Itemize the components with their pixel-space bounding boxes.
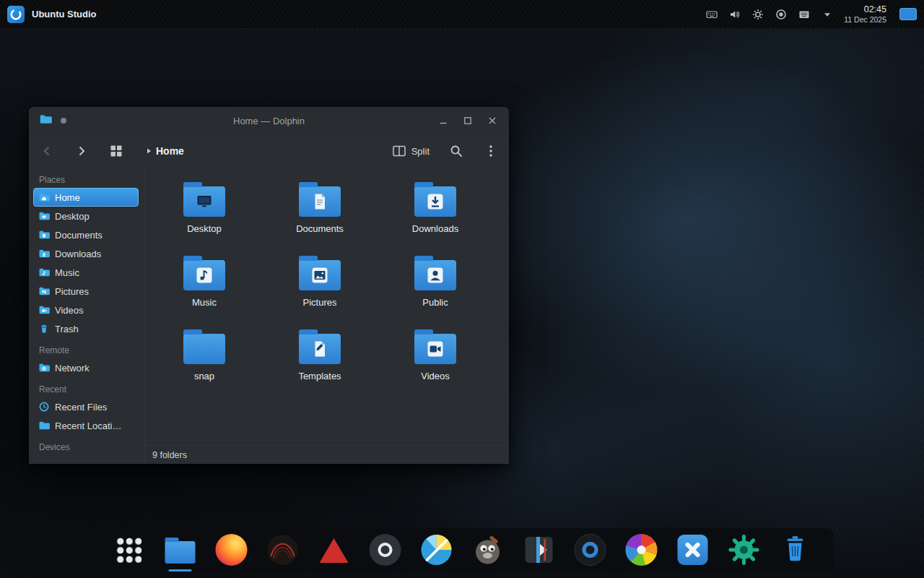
forward-button[interactable]	[74, 143, 90, 159]
desktop-icon	[38, 210, 50, 222]
pinwheel-glyph	[626, 534, 658, 566]
clock-date: 11 Dec 2025	[844, 15, 886, 25]
dolphin-folder-glyph	[165, 541, 196, 564]
file-item-snap[interactable]: snap	[161, 327, 248, 396]
view-wrap: DesktopDocumentsDownloadsMusicPicturesPu…	[144, 168, 509, 464]
view-mode-icon[interactable]	[108, 143, 124, 159]
titlebar-dot	[61, 118, 66, 124]
sidebar-item-desktop[interactable]: Desktop	[33, 207, 139, 225]
caret-down-icon[interactable]	[821, 8, 834, 21]
folder-icon	[414, 260, 456, 290]
documents-icon	[38, 229, 50, 241]
ardour-icon[interactable]	[266, 533, 300, 566]
status-bar: 9 folders	[145, 445, 509, 464]
dock	[91, 528, 834, 571]
sidebar-item-recent-files[interactable]: Recent Files	[33, 397, 139, 416]
sidebar-section-recent: Recent	[33, 384, 144, 397]
close-button[interactable]	[486, 114, 499, 127]
back-button[interactable]	[39, 143, 55, 159]
sidebar-item-home[interactable]: Home	[33, 188, 139, 207]
sidebar-item-network[interactable]: Network	[33, 358, 139, 377]
sidebar-item-recent-locati[interactable]: Recent Locati…	[33, 416, 139, 435]
file-item-downloads[interactable]: Downloads	[392, 179, 479, 249]
folder-view: DesktopDocumentsDownloadsMusicPicturesPu…	[145, 168, 509, 445]
file-item-public[interactable]: Public	[392, 253, 479, 322]
sidebar-item-label: Downloads	[55, 249, 101, 259]
app-launcher-icon[interactable]	[113, 533, 146, 566]
sidebar-item-trash[interactable]: Trash	[33, 319, 139, 338]
gimp-icon[interactable]	[471, 533, 505, 566]
titlebar[interactable]: Home — Dolphin	[29, 107, 509, 134]
sidebar-item-downloads[interactable]: Downloads	[33, 244, 139, 263]
trash-icon[interactable]	[779, 533, 812, 566]
file-label: Music	[192, 297, 217, 308]
app-grid-glyph	[116, 537, 142, 563]
minimize-button[interactable]	[437, 114, 450, 127]
network-icon	[38, 362, 50, 374]
sidebar-item-music[interactable]: Music	[33, 263, 139, 282]
file-label: Downloads	[412, 223, 458, 234]
kdenlive-icon[interactable]	[523, 533, 556, 566]
breadcrumb[interactable]: Home	[144, 145, 184, 157]
file-item-documents[interactable]: Documents	[276, 179, 363, 249]
window-folder-icon	[39, 113, 52, 129]
keyboard-icon[interactable]	[705, 8, 718, 21]
file-item-music[interactable]: Music	[161, 253, 248, 322]
pictures-icon	[38, 285, 50, 297]
sidebar-item-label: Home	[55, 192, 80, 203]
settings-gear-icon[interactable]	[751, 8, 764, 21]
maximize-button[interactable]	[461, 114, 474, 127]
firefox-icon[interactable]	[215, 533, 248, 566]
breadcrumb-home[interactable]: Home	[156, 145, 184, 157]
file-item-pictures[interactable]: Pictures	[276, 253, 363, 322]
home-icon	[38, 191, 50, 203]
show-desktop-icon[interactable]	[899, 8, 917, 20]
krita-icon[interactable]	[420, 533, 453, 566]
red-triangle-app-icon[interactable]	[318, 533, 351, 566]
record-icon[interactable]	[775, 8, 788, 21]
panel-branding: Ubuntu Studio	[7, 6, 97, 23]
folder-icon	[414, 186, 456, 217]
search-icon[interactable]	[448, 143, 464, 159]
obs-glyph	[370, 534, 401, 566]
menu-overflow-icon[interactable]	[483, 143, 499, 159]
folder-icon	[299, 260, 341, 290]
installer-app-icon[interactable]	[676, 533, 710, 566]
breadcrumb-arrow-icon	[144, 147, 153, 155]
folder-icon	[414, 334, 456, 364]
volume-icon[interactable]	[728, 8, 741, 21]
file-item-videos[interactable]: Videos	[392, 327, 479, 396]
sidebar-item-label: Network	[55, 363, 90, 374]
sidebar-section-remote: Remote	[33, 345, 144, 358]
file-item-templates[interactable]: Templates	[276, 327, 363, 396]
folder-icon	[183, 260, 225, 290]
keyboard-layout-icon[interactable]	[798, 8, 811, 21]
obs-studio-icon[interactable]	[369, 533, 402, 566]
panel-clock[interactable]: 02:45 11 Dec 2025	[844, 4, 886, 25]
file-label: Public	[422, 297, 448, 308]
places-panel: PlacesHomeDesktopDocumentsDownloadsMusic…	[29, 168, 144, 464]
toolbar: Home Split	[29, 134, 509, 168]
sidebar-section-devices: Devices	[33, 442, 144, 455]
dolphin-window: Home — Dolphin Home	[29, 107, 509, 464]
top-panel: Ubuntu Studio 02:45 11 Dec 2025	[0, 0, 924, 29]
sidebar-item-label: Pictures	[55, 286, 89, 297]
system-tray: 02:45 11 Dec 2025	[705, 4, 917, 25]
sidebar-section-places: Places	[33, 175, 144, 188]
file-label: Videos	[421, 371, 450, 381]
sidebar-item-label: Desktop	[55, 211, 90, 222]
file-item-desktop[interactable]: Desktop	[161, 179, 248, 249]
sidebar-item-pictures[interactable]: Pictures	[33, 282, 139, 301]
file-label: Desktop	[187, 223, 222, 234]
file-label: snap	[194, 371, 214, 381]
color-wheel-app-icon[interactable]	[625, 533, 658, 566]
split-button[interactable]: Split	[392, 144, 430, 158]
system-settings-icon[interactable]	[728, 533, 761, 566]
sidebar-item-videos[interactable]: Videos	[33, 301, 139, 319]
file-label: Templates	[298, 371, 341, 381]
folder-icon	[299, 334, 341, 364]
videos-icon	[38, 304, 50, 316]
dolphin-icon[interactable]	[164, 533, 197, 566]
sidebar-item-documents[interactable]: Documents	[33, 225, 139, 244]
lens-app-icon[interactable]	[574, 533, 607, 566]
